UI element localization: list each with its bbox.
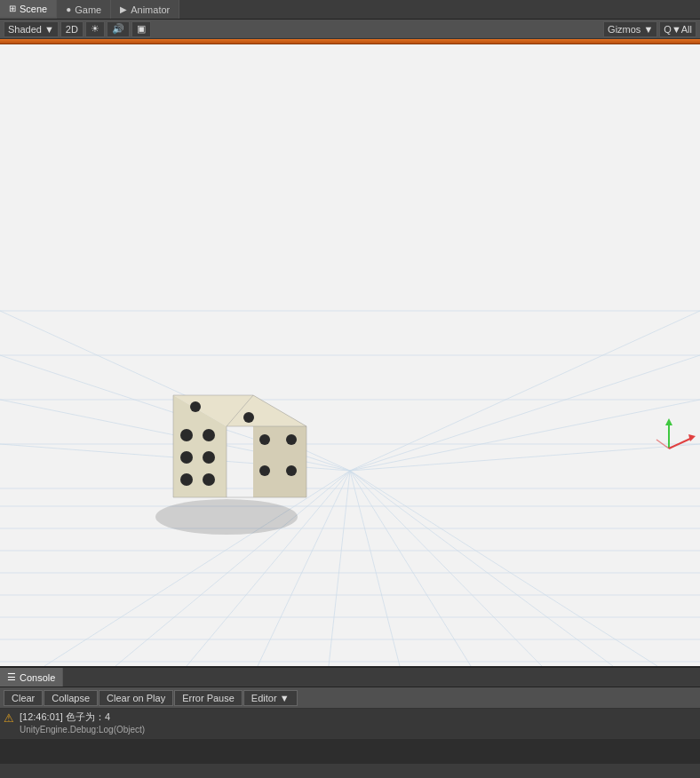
tab-scene[interactable]: ⊞ Scene [0, 0, 57, 19]
gizmos-label: Gizmos ▼ [608, 24, 653, 35]
clear-on-play-button[interactable]: Clear on Play [99, 690, 173, 706]
error-pause-button[interactable]: Error Pause [174, 690, 243, 706]
editor-label: Editor ▼ [251, 693, 290, 703]
console-tab-icon: ☰ [7, 671, 16, 683]
scene-toolbar: Shaded ▼ 2D ☀ 🔊 ▣ Gizmos ▼ Q▼All [0, 20, 700, 39]
lighting-button[interactable]: ☀ [85, 21, 105, 37]
tab-console[interactable]: ☰ Console [0, 668, 63, 687]
console-tab-bar: ☰ Console [0, 668, 700, 687]
console-panel: ☰ Console Clear Collapse Clear on Play E… [0, 666, 700, 764]
console-toolbar: Clear Collapse Clear on Play Error Pause… [0, 687, 700, 709]
svg-point-47 [286, 465, 297, 476]
tab-scene-label: Scene [20, 4, 47, 14]
svg-point-32 [155, 499, 298, 535]
effects-button[interactable]: ▣ [131, 21, 151, 37]
svg-point-44 [259, 434, 270, 445]
tab-animator[interactable]: ▶ Animator [111, 0, 179, 19]
scene-icon: ⊞ [9, 4, 16, 13]
main-tab-bar: ⊞ Scene ● Game ▶ Animator [0, 0, 700, 20]
collapse-button[interactable]: Collapse [44, 690, 98, 706]
console-line2: UnityEngine.Debug:Log(Object) [20, 724, 145, 736]
svg-point-36 [180, 429, 193, 441]
svg-point-39 [203, 451, 215, 464]
svg-point-40 [180, 473, 193, 486]
scene-viewport [0, 44, 700, 666]
error-pause-label: Error Pause [182, 693, 235, 703]
shading-chevron: ▼ [44, 24, 54, 35]
tab-game-label: Game [75, 4, 101, 15]
clear-button[interactable]: Clear [4, 690, 43, 706]
svg-point-45 [286, 434, 297, 445]
search-dropdown[interactable]: Q▼All [659, 21, 696, 37]
toggle-2d-label: 2D [66, 24, 78, 35]
gizmos-dropdown[interactable]: Gizmos ▼ [603, 21, 657, 37]
collapse-label: Collapse [52, 693, 90, 703]
game-icon: ● [66, 4, 71, 14]
animator-icon: ▶ [120, 4, 127, 14]
sun-icon: ☀ [91, 23, 99, 35]
svg-point-42 [190, 401, 201, 412]
console-content[interactable]: ⚠ [12:46:01] 色子为：4 UnityEngine.Debug:Log… [0, 709, 700, 764]
svg-point-41 [203, 473, 215, 486]
console-entry-text: [12:46:01] 色子为：4 UnityEngine.Debug:Log(O… [20, 711, 145, 736]
warning-icon: ⚠ [4, 711, 14, 725]
editor-dropdown-button[interactable]: Editor ▼ [243, 690, 298, 706]
clear-on-play-label: Clear on Play [107, 693, 165, 703]
shading-label: Shaded [8, 24, 42, 35]
clear-label: Clear [12, 693, 35, 703]
svg-point-46 [259, 465, 270, 476]
gizmos-area: Gizmos ▼ Q▼All [603, 21, 696, 37]
svg-point-43 [243, 412, 254, 423]
console-line1: [12:46:01] 色子为：4 [20, 711, 145, 724]
svg-point-38 [180, 451, 193, 464]
search-label: Q▼All [664, 24, 692, 35]
console-entry[interactable]: ⚠ [12:46:01] 色子为：4 UnityEngine.Debug:Log… [0, 709, 700, 739]
audio-icon: 🔊 [112, 23, 124, 35]
shading-dropdown[interactable]: Shaded ▼ [4, 21, 59, 37]
console-tab-label: Console [20, 672, 55, 683]
toggle-2d-button[interactable]: 2D [60, 21, 84, 37]
tab-animator-label: Animator [131, 4, 170, 15]
tab-game[interactable]: ● Game [57, 0, 111, 19]
svg-point-37 [203, 429, 215, 441]
scene-grid [0, 44, 700, 666]
audio-button[interactable]: 🔊 [107, 21, 130, 37]
effects-icon: ▣ [137, 23, 146, 35]
